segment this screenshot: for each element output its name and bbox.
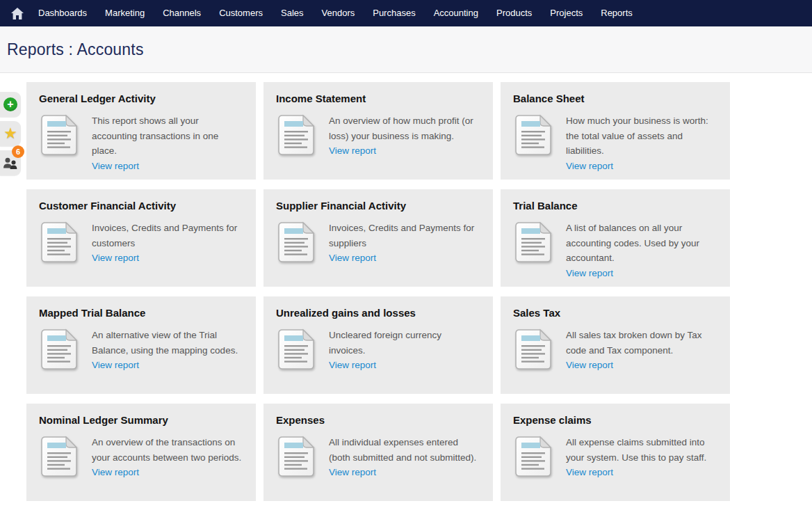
view-report-link[interactable]: View report xyxy=(92,159,139,174)
report-title: Balance Sheet xyxy=(513,93,717,104)
document-icon xyxy=(513,113,553,157)
report-body: All individual expenses entered (both su… xyxy=(276,435,480,480)
nav-item[interactable]: Purchases xyxy=(364,0,424,26)
report-description: All sales tax broken down by Tax code an… xyxy=(566,330,702,356)
nav-item[interactable]: Vendors xyxy=(313,0,364,26)
report-card: Unrealized gains and losses xyxy=(263,296,493,394)
report-description: Invoices, Credits and Payments for custo… xyxy=(92,223,237,248)
report-card: Nominal Ledger Summary xyxy=(26,404,256,501)
report-body: All expense claims submitted into your s… xyxy=(513,435,717,480)
report-description: All expense claims submitted into your s… xyxy=(566,437,706,463)
report-title: Expenses xyxy=(276,414,480,426)
report-description: An overview of how much profit (or loss)… xyxy=(329,116,473,141)
report-text: All expense claims submitted into your s… xyxy=(566,435,717,480)
users-icon xyxy=(3,157,18,169)
report-title: Nominal Ledger Summary xyxy=(39,414,243,426)
document-icon xyxy=(513,328,553,371)
report-description: An overview of the transactions on your … xyxy=(92,437,241,463)
report-title: Supplier Financial Activity xyxy=(276,200,480,212)
report-description: A list of balances on all your accountin… xyxy=(566,223,699,263)
report-title: General Ledger Activity xyxy=(39,93,243,104)
nav-item[interactable]: Reports xyxy=(592,0,642,26)
report-card: Supplier Financial Activity xyxy=(263,189,493,287)
report-description: How much your business is worth: the tot… xyxy=(566,116,708,156)
document-icon xyxy=(276,435,316,478)
report-text: An alternative view of the Trial Balance… xyxy=(92,328,243,373)
report-card: Sales Tax xyxy=(501,296,730,394)
nav-item[interactable]: Sales xyxy=(272,0,313,26)
report-title: Customer Financial Activity xyxy=(39,200,243,212)
document-icon xyxy=(276,221,316,264)
report-description: All individual expenses entered (both su… xyxy=(329,437,476,463)
document-icon xyxy=(513,435,553,478)
report-text: Invoices, Credits and Payments for suppl… xyxy=(329,221,480,266)
report-text: A list of balances on all your accountin… xyxy=(566,221,717,280)
report-body: A list of balances on all your accountin… xyxy=(513,221,717,280)
document-icon xyxy=(39,221,79,264)
document-icon xyxy=(513,221,553,264)
view-report-link[interactable]: View report xyxy=(566,465,613,480)
home-button[interactable] xyxy=(6,0,29,26)
report-text: An overview of how much profit (or loss)… xyxy=(329,113,480,159)
report-title: Sales Tax xyxy=(513,307,717,319)
view-report-link[interactable]: View report xyxy=(566,159,613,174)
report-description: Uncleared foreign currency invoices. xyxy=(329,330,441,356)
report-card: Expenses xyxy=(263,404,493,501)
add-report-tab[interactable]: + xyxy=(0,92,21,117)
nav-item[interactable]: Accounting xyxy=(425,0,487,26)
favorites-tab[interactable]: ★ xyxy=(0,121,21,146)
report-text: All sales tax broken down by Tax code an… xyxy=(566,328,717,373)
report-card: Mapped Trial Balance xyxy=(26,296,256,394)
report-description: An alternative view of the Trial Balance… xyxy=(92,330,238,356)
report-card: Customer Financial Activity xyxy=(26,189,256,287)
top-navbar: Dashboards Marketing Channels Customers … xyxy=(0,0,812,26)
document-icon xyxy=(39,328,79,371)
home-icon xyxy=(11,8,24,19)
users-badge: 6 xyxy=(12,145,24,158)
view-report-link[interactable]: View report xyxy=(329,465,376,480)
report-title: Trial Balance xyxy=(513,200,717,212)
side-tabs: + ★ 6 xyxy=(0,92,24,175)
view-report-link[interactable]: View report xyxy=(329,358,376,373)
report-text: This report shows all your accounting tr… xyxy=(92,113,243,173)
nav-item[interactable]: Projects xyxy=(541,0,592,26)
report-text: An overview of the transactions on your … xyxy=(92,435,243,480)
report-body: This report shows all your accounting tr… xyxy=(39,113,243,173)
view-report-link[interactable]: View report xyxy=(566,358,613,373)
report-card: Balance Sheet xyxy=(501,82,730,180)
report-body: How much your business is worth: the tot… xyxy=(513,113,717,173)
nav-item[interactable]: Channels xyxy=(154,0,210,26)
nav-item[interactable]: Dashboards xyxy=(29,0,96,26)
report-body: An alternative view of the Trial Balance… xyxy=(39,328,243,373)
report-title: Unrealized gains and losses xyxy=(276,307,480,319)
report-body: An overview of the transactions on your … xyxy=(39,435,243,480)
view-report-link[interactable]: View report xyxy=(92,251,139,266)
star-icon: ★ xyxy=(3,126,17,141)
view-report-link[interactable]: View report xyxy=(329,143,376,159)
report-text: Invoices, Credits and Payments for custo… xyxy=(92,221,243,266)
report-text: How much your business is worth: the tot… xyxy=(566,113,717,173)
content-area: General Ledger Activity xyxy=(0,73,812,501)
report-card: Income Statement xyxy=(263,82,493,180)
nav-item[interactable]: Customers xyxy=(210,0,272,26)
report-text: Uncleared foreign currency invoices. Vie… xyxy=(329,328,480,373)
nav-item[interactable]: Marketing xyxy=(96,0,154,26)
report-body: An overview of how much profit (or loss)… xyxy=(276,113,480,159)
report-card: Expense claims xyxy=(501,404,730,501)
view-report-link[interactable]: View report xyxy=(92,465,139,480)
report-card: General Ledger Activity xyxy=(26,82,256,180)
report-title: Mapped Trial Balance xyxy=(39,307,243,319)
view-report-link[interactable]: View report xyxy=(92,358,139,373)
nav-item[interactable]: Products xyxy=(487,0,541,26)
report-description: Invoices, Credits and Payments for suppl… xyxy=(329,223,474,248)
view-report-link[interactable]: View report xyxy=(329,251,376,266)
users-tab[interactable]: 6 xyxy=(0,150,21,175)
report-body: Uncleared foreign currency invoices. Vie… xyxy=(276,328,480,373)
report-title: Expense claims xyxy=(513,414,717,426)
report-description: This report shows all your accounting tr… xyxy=(92,116,218,156)
view-report-link[interactable]: View report xyxy=(566,266,613,281)
report-body: Invoices, Credits and Payments for custo… xyxy=(39,221,243,266)
report-body: All sales tax broken down by Tax code an… xyxy=(513,328,717,373)
document-icon xyxy=(39,113,79,157)
report-card: Trial Balance xyxy=(501,189,730,287)
